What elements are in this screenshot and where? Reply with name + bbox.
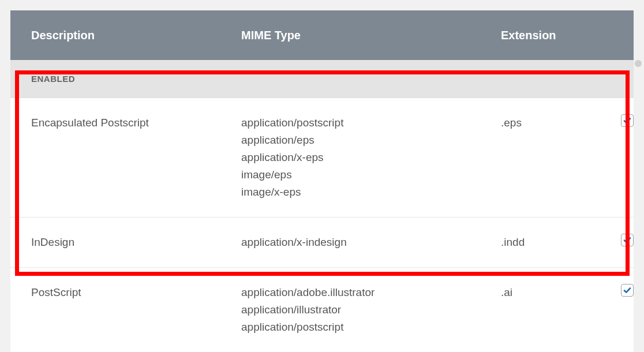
mime-type-value: application/x-indesign xyxy=(241,234,501,251)
header-description: Description xyxy=(31,29,241,42)
mime-types-table: Description MIME Type Extension ENABLED … xyxy=(10,10,634,352)
mime-type-value: application/illustrator xyxy=(241,301,501,319)
cell-extension: .ai xyxy=(501,284,611,336)
cell-checkbox xyxy=(611,284,634,336)
mime-type-value: application/postscript xyxy=(241,319,501,336)
enable-checkbox[interactable] xyxy=(621,114,634,127)
mime-type-value: image/eps xyxy=(241,166,501,184)
mime-type-value: application/x-eps xyxy=(241,149,501,166)
section-label-enabled: ENABLED xyxy=(10,60,634,98)
table-header-row: Description MIME Type Extension xyxy=(10,10,634,60)
cell-checkbox xyxy=(611,234,634,251)
mime-type-value: application/adobe.illustrator xyxy=(241,284,501,301)
table-row: PostScriptapplication/adobe.illustratora… xyxy=(10,268,634,352)
cell-description: InDesign xyxy=(31,234,241,251)
cell-checkbox xyxy=(611,114,634,201)
table-body: Encapsulated Postscriptapplication/posts… xyxy=(10,98,634,352)
check-icon xyxy=(623,235,632,245)
check-icon xyxy=(623,286,632,295)
table-row: Encapsulated Postscriptapplication/posts… xyxy=(10,98,634,218)
check-icon xyxy=(623,116,632,125)
scrollbar-thumb[interactable] xyxy=(635,60,642,67)
cell-description: Encapsulated Postscript xyxy=(31,114,241,201)
cell-mime-types: application/postscriptapplication/epsapp… xyxy=(241,114,501,201)
cell-mime-types: application/x-indesign xyxy=(241,234,501,251)
mime-type-value: application/eps xyxy=(241,132,501,149)
cell-extension: .eps xyxy=(501,114,611,201)
cell-mime-types: application/adobe.illustratorapplication… xyxy=(241,284,501,336)
enable-checkbox[interactable] xyxy=(621,284,634,297)
cell-description: PostScript xyxy=(31,284,241,336)
mime-type-value: image/x-eps xyxy=(241,184,501,201)
header-mime-type: MIME Type xyxy=(241,29,501,42)
mime-type-value: application/postscript xyxy=(241,114,501,132)
enable-checkbox[interactable] xyxy=(621,234,634,246)
table-row: InDesignapplication/x-indesign.indd xyxy=(10,218,634,268)
header-extension: Extension xyxy=(501,29,611,42)
cell-extension: .indd xyxy=(501,234,611,251)
